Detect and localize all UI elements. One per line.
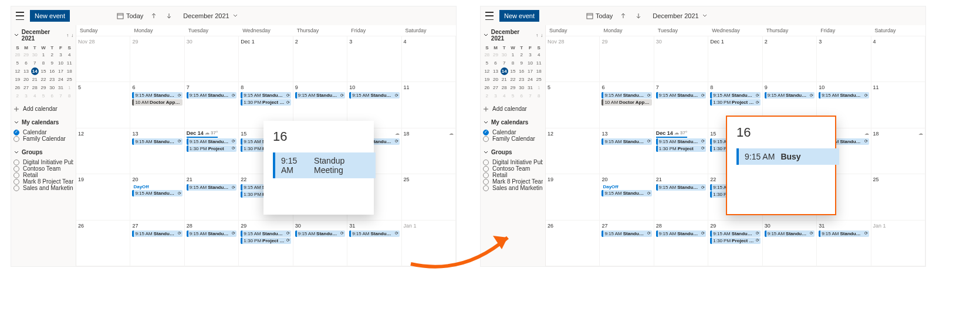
event-chip[interactable]: 9:15 AMStandup Meeting⟳ bbox=[656, 230, 706, 237]
mini-day[interactable]: 17 bbox=[57, 67, 65, 75]
event-chip[interactable]: 9:15 AMStandup Meeting⟳ bbox=[132, 230, 182, 237]
mini-day[interactable]: 18 bbox=[535, 67, 543, 75]
section-my-calendars[interactable]: My calendars bbox=[13, 119, 73, 126]
day-cell[interactable]: 279:15 AMStandup Meeting⟳ bbox=[130, 221, 184, 266]
calendar-item[interactable]: Calendar bbox=[483, 129, 543, 135]
day-cell[interactable]: Dec 1 bbox=[708, 36, 762, 82]
day-cell[interactable]: Nov 28 bbox=[76, 36, 130, 82]
mini-day[interactable]: 16 bbox=[518, 67, 525, 75]
day-cell[interactable]: Dec 14☁ 37°9:15 AMStandup Meeting⟳1:30 P… bbox=[654, 128, 708, 174]
popup-event[interactable]: 9:15 AM Busy bbox=[736, 148, 839, 165]
mini-day[interactable]: 4 bbox=[31, 92, 39, 100]
next-month-button[interactable] bbox=[634, 11, 643, 21]
day-peek-popup[interactable]: 16 9:15 AM Standup Meeting bbox=[263, 121, 374, 215]
mini-day[interactable]: 13 bbox=[22, 67, 30, 75]
calendar-item[interactable]: Contoso Team bbox=[483, 165, 543, 172]
calendar-item[interactable]: Calendar bbox=[13, 129, 73, 135]
mini-day[interactable]: 31 bbox=[526, 84, 534, 91]
mini-day[interactable]: 28 bbox=[483, 51, 491, 59]
calendar-item[interactable]: Contoso Team bbox=[13, 165, 73, 172]
event-chip[interactable]: 9:15 AMStandup Meeting⟳ bbox=[710, 230, 760, 237]
mini-day[interactable]: 27 bbox=[22, 84, 30, 91]
calendar-toggle[interactable] bbox=[483, 185, 489, 191]
mini-day[interactable]: 1 bbox=[509, 51, 516, 59]
mini-day[interactable]: 29 bbox=[492, 51, 499, 59]
new-event-button[interactable]: New event bbox=[30, 10, 70, 22]
mini-day[interactable]: 2 bbox=[483, 92, 491, 100]
hamburger-icon[interactable] bbox=[485, 12, 494, 20]
day-cell[interactable]: 309:15 AMStandup Meeting⟳ bbox=[293, 221, 347, 266]
event-chip[interactable]: 9:15 AMStandup Meeting⟳ bbox=[601, 230, 651, 237]
day-cell[interactable]: 25 bbox=[402, 174, 456, 219]
mini-day[interactable]: 22 bbox=[39, 76, 47, 83]
event-chip[interactable]: 1:30 PMProject Meeting⟳ bbox=[710, 99, 760, 106]
mini-day[interactable]: 10 bbox=[57, 59, 65, 67]
day-cell[interactable]: 139:15 AMStandup Meeting⟳ bbox=[130, 128, 184, 174]
event-chip[interactable]: 9:15 AMStandup Meeting⟳ bbox=[819, 230, 869, 237]
day-cell[interactable]: 219:15 AMStandup Meeting⟳ bbox=[654, 174, 708, 219]
day-cell[interactable]: Dec 1 bbox=[239, 36, 293, 82]
day-cell[interactable]: 12 bbox=[546, 128, 600, 174]
day-cell[interactable]: 26 bbox=[76, 221, 130, 266]
mini-day[interactable]: 23 bbox=[48, 76, 56, 83]
day-cell[interactable]: 12 bbox=[76, 128, 130, 174]
add-calendar-button[interactable]: Add calendar bbox=[483, 106, 543, 112]
day-cell[interactable]: 289:15 AMStandup Meeting⟳ bbox=[654, 221, 708, 266]
mini-day[interactable]: 28 bbox=[501, 84, 508, 91]
mini-day[interactable]: 18 bbox=[66, 67, 73, 75]
mini-day[interactable]: 25 bbox=[66, 76, 73, 83]
mini-day[interactable]: 8 bbox=[66, 92, 73, 100]
mini-day[interactable]: 2 bbox=[13, 92, 21, 100]
mini-day[interactable]: 7 bbox=[31, 59, 39, 67]
day-cell[interactable]: 5 bbox=[76, 82, 130, 127]
mini-day[interactable]: 4 bbox=[535, 51, 543, 59]
event-chip[interactable]: 9:15 AMStandup Meeting⟳ bbox=[132, 190, 182, 196]
event-chip[interactable]: 1:30 PMProject⟳ bbox=[187, 145, 236, 152]
mini-day[interactable]: 8 bbox=[535, 92, 543, 100]
event-chip[interactable]: 10 AMDoctor Appointment bbox=[601, 99, 651, 106]
calendar-item[interactable]: Digital Initiative Public… bbox=[483, 159, 543, 165]
day-cell[interactable]: 219:15 AMStandup Meeting⟳ bbox=[185, 174, 239, 219]
event-chip[interactable]: 9:15 AMStandup Meeting⟳ bbox=[765, 92, 815, 99]
mini-next-button[interactable]: ↓ bbox=[540, 33, 543, 38]
mini-day[interactable]: 14 bbox=[501, 67, 508, 75]
mini-day[interactable]: 16 bbox=[48, 67, 56, 75]
day-cell[interactable]: 5 bbox=[546, 82, 600, 127]
event-chip[interactable]: 9:15 AMStandup Meeting⟳ bbox=[819, 92, 869, 99]
mini-day[interactable]: 15 bbox=[509, 67, 516, 75]
event-chip[interactable]: 9:15 AMStandup Meeting⟳ bbox=[601, 92, 651, 99]
event-chip[interactable]: 9:15 AMStandup Meeting⟳ bbox=[132, 138, 182, 145]
mini-calendar[interactable]: SMTWTFS282930123456789101112131415161718… bbox=[483, 45, 543, 100]
hamburger-icon[interactable] bbox=[16, 12, 24, 20]
calendar-item[interactable]: Family Calendar bbox=[483, 135, 543, 142]
day-cell[interactable]: 19 bbox=[76, 174, 130, 219]
event-chip[interactable]: 9:15 AMStandup Meeting⟳ bbox=[656, 138, 706, 145]
event-chip[interactable]: 9:15 AMStandup Meeting⟳ bbox=[241, 92, 290, 99]
mini-day[interactable]: 3 bbox=[526, 51, 534, 59]
day-cell[interactable]: 4 bbox=[402, 36, 456, 82]
mini-day[interactable]: 19 bbox=[13, 76, 21, 83]
mini-day[interactable]: 1 bbox=[535, 84, 543, 91]
calendar-toggle[interactable] bbox=[13, 130, 19, 135]
day-cell[interactable]: 319:15 AMStandup Meeting⟳ bbox=[817, 221, 871, 266]
day-cell[interactable]: 3 bbox=[347, 36, 401, 82]
day-cell[interactable]: 319:15 AMStandup Meeting⟳ bbox=[347, 221, 401, 266]
event-chip[interactable]: 9:15 AMStandup Meeting⟳ bbox=[656, 184, 706, 191]
mini-day[interactable]: 31 bbox=[57, 84, 65, 91]
day-cell[interactable]: 30 bbox=[654, 36, 708, 82]
day-cell[interactable]: 2 bbox=[293, 36, 347, 82]
month-selector[interactable]: December 2021 bbox=[183, 12, 237, 19]
event-chip[interactable]: 1:30 PMProject Meeting⟳ bbox=[241, 238, 290, 244]
event-chip[interactable]: 9:15 AMStandup Meeting⟳ bbox=[187, 138, 236, 145]
event-chip[interactable]: 9:15 AMStandup Meeting⟳ bbox=[601, 138, 651, 145]
day-cell[interactable]: 299:15 AMStandup Meeting⟳1:30 PMProject … bbox=[708, 221, 762, 266]
calendar-toggle[interactable] bbox=[13, 160, 19, 165]
mini-day[interactable]: 24 bbox=[57, 76, 65, 83]
calendar-toggle[interactable] bbox=[13, 185, 19, 191]
calendar-item[interactable]: Family Calendar bbox=[13, 135, 73, 142]
day-cell[interactable]: 30 bbox=[185, 36, 239, 82]
calendar-toggle[interactable] bbox=[483, 179, 489, 185]
mini-day[interactable]: 26 bbox=[13, 84, 21, 91]
calendar-toggle[interactable] bbox=[13, 166, 19, 172]
day-cell[interactable]: 19 bbox=[546, 174, 600, 219]
